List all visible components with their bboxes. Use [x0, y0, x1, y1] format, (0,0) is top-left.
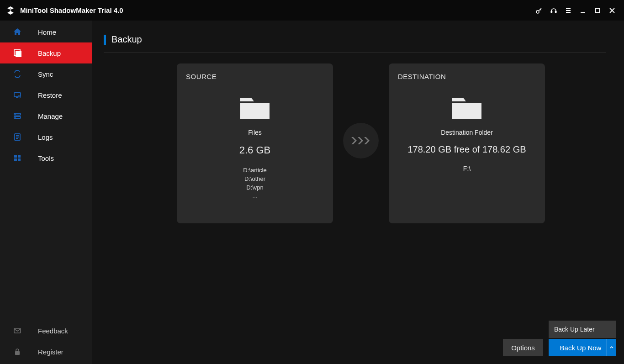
- options-label: Options: [511, 344, 535, 352]
- restore-icon: [12, 90, 22, 100]
- sidebar-item-label: Sync: [38, 70, 53, 78]
- svg-rect-10: [14, 116, 21, 118]
- svg-rect-17: [18, 158, 21, 161]
- action-bar: Options Back Up Now: [503, 339, 616, 356]
- sidebar-item-label: Tools: [38, 154, 54, 162]
- page-title: Backup: [111, 34, 142, 45]
- sidebar-item-feedback[interactable]: Feedback: [0, 320, 92, 341]
- backup-now-dropdown[interactable]: [606, 339, 616, 356]
- minimize-button[interactable]: [576, 3, 590, 18]
- sidebar-item-label: Manage: [38, 112, 63, 120]
- lock-icon: [12, 347, 22, 357]
- app-window: MiniTool ShadowMaker Trial 4.0: [0, 0, 624, 364]
- svg-rect-16: [14, 158, 17, 161]
- destination-path: F:\: [398, 165, 536, 172]
- svg-rect-1: [551, 11, 552, 13]
- arrow-icon: [343, 123, 379, 158]
- manage-icon: [12, 111, 22, 121]
- svg-rect-2: [555, 11, 556, 13]
- source-card[interactable]: SOURCE Files 2.6 GB D:\article D:\other …: [177, 63, 333, 223]
- sidebar-item-backup[interactable]: Backup: [0, 42, 92, 63]
- menu-icon[interactable]: [561, 3, 576, 18]
- body: Home Backup Sync Restore: [0, 21, 624, 364]
- sidebar-item-label: Backup: [38, 49, 61, 57]
- svg-rect-20: [240, 103, 270, 119]
- backup-now-label: Back Up Now: [560, 344, 605, 352]
- svg-rect-18: [14, 328, 21, 333]
- source-paths: D:\article D:\other D:\vpn ...: [186, 166, 324, 200]
- source-path: ...: [186, 192, 324, 201]
- home-icon: [12, 27, 22, 37]
- app-logo-icon: [5, 5, 16, 16]
- maximize-button[interactable]: [590, 3, 605, 18]
- backup-later-label: Back Up Later: [554, 326, 595, 333]
- headset-icon[interactable]: [546, 3, 561, 18]
- svg-rect-19: [15, 351, 20, 355]
- svg-rect-9: [14, 113, 21, 115]
- sidebar-item-label: Logs: [38, 133, 53, 141]
- sidebar-item-sync[interactable]: Sync: [0, 63, 92, 84]
- sidebar-item-tools[interactable]: Tools: [0, 148, 92, 169]
- close-button[interactable]: [605, 3, 619, 18]
- sidebar-item-register[interactable]: Register: [0, 341, 92, 362]
- tools-icon: [12, 153, 22, 163]
- sidebar-item-home[interactable]: Home: [0, 21, 92, 42]
- main-area: Backup SOURCE Files 2.6 GB D:\articl: [92, 21, 624, 364]
- source-size: 2.6 GB: [186, 144, 324, 156]
- svg-point-12: [15, 117, 16, 118]
- source-path: D:\article: [186, 166, 324, 175]
- backup-icon: [12, 48, 22, 58]
- chevron-down-icon: [610, 346, 613, 349]
- sidebar-item-label: Home: [38, 28, 56, 36]
- sidebar-item-label: Restore: [38, 91, 62, 99]
- sidebar-item-label: Feedback: [38, 327, 68, 335]
- key-icon[interactable]: [532, 3, 546, 18]
- svg-point-11: [15, 114, 16, 115]
- destination-type: Destination Folder: [398, 129, 536, 136]
- source-type: Files: [186, 129, 324, 136]
- svg-rect-14: [14, 155, 17, 158]
- titlebar: MiniTool ShadowMaker Trial 4.0: [0, 0, 624, 21]
- destination-free: 178.20 GB free of 178.62 GB: [398, 144, 536, 155]
- svg-rect-5: [16, 51, 21, 57]
- sync-icon: [12, 69, 22, 79]
- sidebar-item-restore[interactable]: Restore: [0, 84, 92, 106]
- svg-rect-15: [18, 155, 21, 158]
- page-header: Backup: [104, 34, 606, 53]
- destination-card[interactable]: DESTINATION Destination Folder 178.20 GB…: [389, 63, 545, 223]
- destination-label: DESTINATION: [398, 73, 536, 80]
- folder-icon: [450, 93, 483, 121]
- cards-row: SOURCE Files 2.6 GB D:\article D:\other …: [104, 53, 606, 223]
- sidebar-item-manage[interactable]: Manage: [0, 106, 92, 127]
- app-title: MiniTool ShadowMaker Trial 4.0: [20, 6, 123, 14]
- sidebar-item-logs[interactable]: Logs: [0, 127, 92, 148]
- header-marker: [104, 35, 106, 45]
- svg-rect-3: [596, 8, 600, 12]
- source-path: D:\other: [186, 175, 324, 184]
- feedback-icon: [12, 326, 22, 336]
- source-path: D:\vpn: [186, 184, 324, 192]
- options-button[interactable]: Options: [503, 339, 543, 356]
- sidebar: Home Backup Sync Restore: [0, 21, 92, 364]
- source-label: SOURCE: [186, 73, 324, 80]
- sidebar-item-label: Register: [38, 348, 63, 356]
- svg-point-0: [536, 11, 539, 13]
- backup-later-menu-item[interactable]: Back Up Later: [549, 321, 616, 338]
- backup-now-button[interactable]: Back Up Now: [549, 339, 616, 356]
- folder-icon: [238, 93, 271, 121]
- svg-rect-21: [452, 103, 481, 119]
- logs-icon: [12, 132, 22, 142]
